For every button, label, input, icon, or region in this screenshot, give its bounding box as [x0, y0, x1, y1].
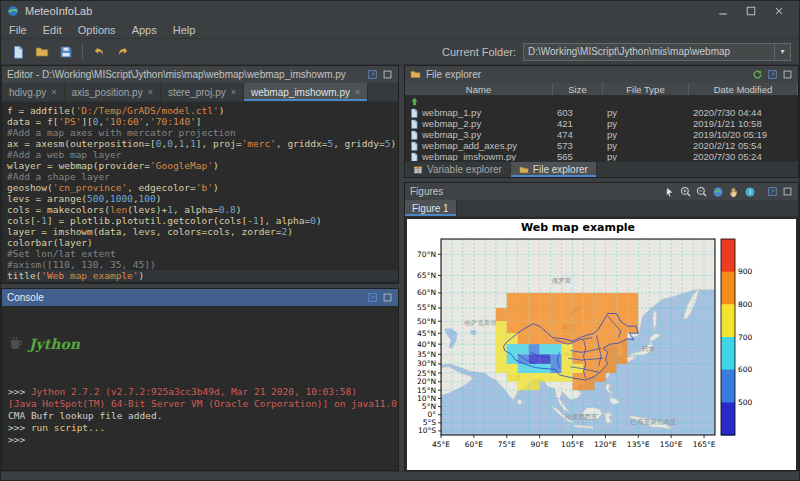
file-row[interactable]: webmap_2.py421py2019/1/21 10:58: [405, 118, 798, 129]
svg-text:10°S: 10°S: [418, 426, 436, 435]
tab-close-icon[interactable]: ×: [51, 87, 56, 97]
figure-title: Web map example: [521, 221, 635, 234]
folder-icon: [410, 69, 421, 80]
console-line: [Java HotSpot(TM) 64-Bit Server VM (Orac…: [8, 398, 392, 410]
identify-info-icon: [744, 186, 756, 198]
svg-text:40°N: 40°N: [417, 340, 436, 349]
code-editor[interactable]: f = addfile('D:/Temp/GrADS/model.ctl')da…: [2, 102, 398, 283]
file-size-cell: 603: [553, 107, 603, 118]
svg-text:35°N: 35°N: [417, 350, 436, 359]
editor-tab-webmap_imshowm.py[interactable]: webmap_imshowm.py×: [244, 83, 368, 101]
tab-file-explorer[interactable]: File explorer: [511, 162, 597, 177]
column-header-name[interactable]: Name: [405, 83, 553, 95]
figure-tab-figure-1[interactable]: Figure 1: [405, 200, 457, 216]
code-line: colorbar(layer): [7, 237, 398, 248]
console-maximize-button[interactable]: [382, 292, 393, 303]
tab-label: Figure 1: [412, 203, 449, 214]
folder-icon: [519, 165, 529, 175]
undo-button[interactable]: [88, 42, 110, 62]
full-extent-globe-button[interactable]: [712, 186, 724, 198]
file-row-up-folder[interactable]: [405, 96, 798, 107]
minimize-button[interactable]: [709, 2, 737, 20]
zoom-out-button[interactable]: [696, 186, 708, 198]
select-cursor-icon: [664, 186, 676, 198]
menu-item-help[interactable]: Help: [165, 24, 204, 36]
file-row[interactable]: webmap_3.py474py2019/10/20 05:19: [405, 129, 798, 140]
menu-item-options[interactable]: Options: [70, 24, 124, 36]
subtab-label: Variable explorer: [427, 164, 502, 175]
file-row[interactable]: webmap_1.py603py2020/7/30 04:44: [405, 107, 798, 118]
current-folder-label: Current Folder:: [442, 46, 516, 58]
tab-close-icon[interactable]: ×: [231, 87, 236, 97]
app-icon: [7, 5, 19, 17]
menu-item-apps[interactable]: Apps: [124, 24, 165, 36]
redo-button[interactable]: [112, 42, 134, 62]
tab-close-icon[interactable]: ×: [148, 87, 153, 97]
pan-hand-button[interactable]: [728, 186, 740, 198]
editor-tab-axis_position.py[interactable]: axis_position.py×: [65, 83, 161, 101]
file-maximize-button[interactable]: [782, 69, 793, 80]
editor-tab-hdivg.py[interactable]: hdivg.py×: [2, 83, 65, 101]
column-header-date-modified[interactable]: Date Modified: [689, 83, 798, 95]
svg-text:60°E: 60°E: [465, 440, 483, 449]
svg-text:55°N: 55°N: [417, 303, 436, 312]
folder-dropdown-button[interactable]: ▾: [774, 44, 790, 60]
menu-item-file[interactable]: File: [1, 24, 35, 36]
svg-text:70°N: 70°N: [417, 250, 436, 259]
figure-map[interactable]: Web map example俄罗斯哈萨克斯坦蒙古中国日本印度印度尼西亚巴布亚新…: [407, 219, 796, 470]
redo-icon: [116, 45, 130, 59]
svg-text:165°E: 165°E: [693, 440, 716, 449]
svg-text:120°E: 120°E: [594, 440, 617, 449]
menu-item-edit[interactable]: Edit: [35, 24, 70, 36]
zoom-in-button[interactable]: [680, 186, 692, 198]
column-header-size[interactable]: Size: [553, 83, 603, 95]
editor-float-button[interactable]: [367, 69, 378, 80]
svg-text:60°N: 60°N: [417, 288, 436, 297]
maximize-button[interactable]: [737, 2, 765, 20]
new-file-button[interactable]: [7, 42, 29, 62]
colorbar: 900800700600500: [721, 239, 753, 436]
console-float-button[interactable]: [367, 292, 378, 303]
select-cursor-button[interactable]: [664, 186, 676, 198]
file-float-button[interactable]: [767, 69, 778, 80]
close-button[interactable]: [765, 2, 793, 20]
code-line: f = addfile('D:/Temp/GrADS/model.ctl'): [7, 105, 398, 116]
editor-maximize-button[interactable]: [382, 69, 393, 80]
editor-tab-stere_proj.py[interactable]: stere_proj.py×: [161, 83, 244, 101]
new-file-icon: [11, 45, 25, 59]
code-line: wlayer = webmap(provider='GoogleMap'): [7, 160, 398, 171]
column-header-file-type[interactable]: File Type: [603, 83, 689, 95]
figures-float-button[interactable]: [767, 186, 778, 197]
identify-info-button[interactable]: [744, 186, 756, 198]
tab-variable-explorer[interactable]: Variable explorer: [405, 162, 511, 177]
zoom-out-icon: [696, 186, 708, 198]
tab-close-icon[interactable]: ×: [355, 87, 360, 97]
editor-panel-title: Editor - D:\Working\MIScript\Jython\mis\…: [7, 69, 346, 80]
save-button[interactable]: [55, 42, 77, 62]
file-row[interactable]: webmap_add_axes.py573py2020/2/12 05:54: [405, 140, 798, 151]
console-output[interactable]: Jython >>> Jython 2.7.2 (v2.7.2:925a3cc3…: [2, 306, 398, 470]
minimize-icon: [717, 5, 729, 17]
file-size-cell: 573: [553, 140, 603, 151]
file-list: webmap_1.py603py2020/7/30 04:44webmap_2.…: [405, 96, 798, 161]
up-folder-cell: [405, 96, 553, 107]
svg-text:135°E: 135°E: [627, 440, 650, 449]
current-folder-input[interactable]: [524, 44, 774, 60]
console-panel: Console Jython >>> Jython 2.7.2 (v2.7.2:…: [1, 288, 399, 471]
code-line: levs = arange(500,1000,100): [7, 193, 398, 204]
code-line: cols = makecolors(len(levs)+1, alpha=0.8…: [7, 204, 398, 215]
figure-tab-bar: Figure 1: [405, 200, 798, 217]
figures-maximize-button[interactable]: [782, 186, 793, 197]
explorer-subtabs: Variable explorerFile explorer: [405, 161, 798, 177]
refresh-button[interactable]: [752, 69, 763, 80]
file-row[interactable]: webmap_imshowm.py565py2020/7/30 05:24: [405, 151, 798, 161]
figure-container: Web map example俄罗斯哈萨克斯坦蒙古中国日本印度印度尼西亚巴布亚新…: [405, 217, 798, 470]
current-folder-combo: ▾: [523, 43, 791, 61]
open-folder-button[interactable]: [31, 42, 53, 62]
svg-text:25°N: 25°N: [417, 369, 436, 378]
editor-tab-bar: hdivg.py×axis_position.py×stere_proj.py×…: [2, 83, 398, 102]
code-line: cols[-1] = plotlib.plotutil.getcolor(col…: [7, 215, 398, 226]
svg-text:150°E: 150°E: [660, 440, 683, 449]
map-place-label: 哈萨克斯坦: [464, 319, 497, 327]
up-folder-icon: [409, 96, 420, 107]
